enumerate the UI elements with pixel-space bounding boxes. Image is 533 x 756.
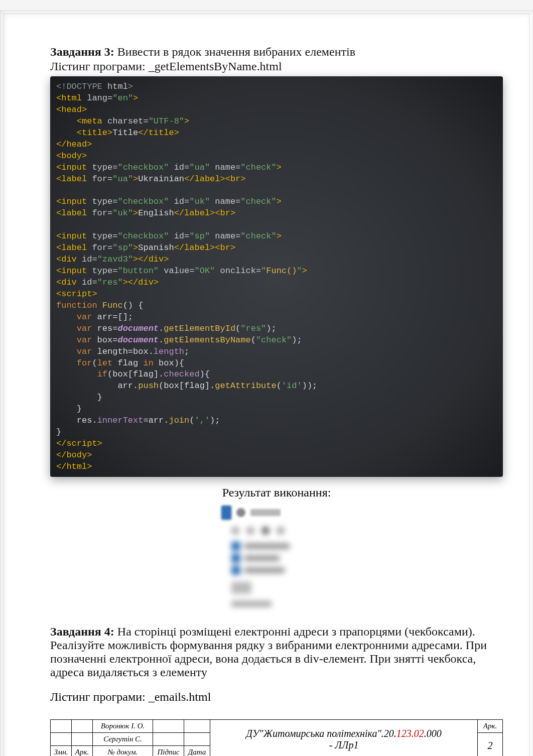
task4-heading-label: Завдання 4:	[50, 625, 114, 638]
task3-listing-line: Лістинг програми: _getElementsByName.htm…	[50, 60, 503, 73]
code-line: <!DOCTYPE html>	[56, 82, 133, 91]
task3-listing-label: Лістинг програми:	[50, 60, 146, 73]
task3-heading-text: Вивести в рядок значення вибраних елемен…	[117, 45, 355, 58]
code-line: <div id="zavd3"></div>	[56, 255, 169, 264]
task4-listing-file: _emails.html	[149, 690, 211, 703]
code-line: var res=document.getElementById("res");	[56, 324, 277, 333]
stamp-title: ДУ"Житомирська політехніка".20.123.02.00…	[210, 720, 478, 757]
code-line: <input type="checkbox" id="sp" name="che…	[56, 231, 282, 241]
code-line: </head>	[56, 140, 92, 149]
stamp-name1: Воронюк І. О.	[93, 720, 153, 733]
code-line: <meta charset="UTF-8">	[56, 116, 189, 126]
code-line: <label for="ua">Ukrainian</label><br>	[56, 174, 246, 184]
code-line: <head>	[56, 105, 87, 114]
code-line: if(box[flag].checked){	[56, 369, 210, 379]
code-line: <label for="sp">Spanish</label><br>	[56, 243, 235, 253]
blur-row	[221, 506, 332, 520]
blur-row	[231, 527, 285, 535]
code-line: arr.push(box[flag].getAttribute('id'));	[56, 381, 317, 391]
result-screenshot	[221, 502, 332, 610]
stamp-col-data: Дата	[184, 746, 210, 757]
task3-heading: Завдання 3: Вивести в рядок значення виб…	[50, 45, 503, 59]
task3-listing-file: _getElementsByName.html	[149, 60, 282, 73]
task4-block: Завдання 4: На сторінці розміщені електр…	[50, 625, 503, 679]
code-line: <script>	[56, 289, 97, 299]
code-line: var length=box.length;	[56, 347, 189, 356]
code-line: for(let flag in box){	[56, 358, 184, 368]
stamp-col-pidpys: Підпис	[153, 746, 184, 757]
dot-icon	[236, 508, 245, 517]
code-line: <div id="res"></div>	[56, 278, 159, 287]
code-line: <html lang="en">	[56, 93, 138, 103]
task4-listing-label: Лістинг програми:	[50, 690, 146, 703]
code-line: </script>	[56, 439, 102, 448]
code-line: }	[56, 427, 61, 437]
document-page: Завдання 3: Вивести в рядок значення виб…	[0, 10, 533, 756]
code-line: </html>	[56, 462, 92, 471]
code-line: </body>	[56, 450, 92, 460]
code-block: <!DOCTYPE html> <html lang="en"> <head> …	[50, 76, 503, 477]
stamp-col-dokum: № докум.	[93, 746, 153, 757]
code-line: var box=document.getElementsByName("chec…	[56, 335, 302, 345]
app-icon	[221, 506, 231, 520]
code-line: }	[56, 393, 102, 402]
stamp-page-num: 2	[478, 733, 503, 757]
code-line: res.innerText=arr.join(',');	[56, 416, 220, 425]
task4-listing-line: Лістинг програми: _emails.html	[50, 690, 503, 704]
code-line: <input type="checkbox" id="uk" name="che…	[56, 197, 282, 206]
code-line: <label for="uk">English</label><br>	[56, 208, 235, 218]
code-line: <input type="checkbox" id="ua" name="che…	[56, 163, 282, 172]
code-line: function Func() {	[56, 301, 143, 310]
task4-body: На сторінці розміщені електронні адреси …	[50, 625, 487, 679]
blur-bar	[250, 509, 281, 516]
code-line: <body>	[56, 151, 87, 161]
task3-heading-label: Завдання 3:	[50, 45, 114, 58]
title-block-stamp: Воронюк І. О. ДУ"Житомирська політехніка…	[50, 719, 503, 756]
code-line: <title>Title</title>	[56, 128, 179, 138]
blur-checklist	[231, 542, 290, 575]
result-label: Результат виконання:	[50, 486, 503, 499]
stamp-ark-label: Арк.	[478, 720, 503, 733]
code-line: <input type="button" value="OK" onclick=…	[56, 266, 307, 276]
blur-ok-button	[231, 582, 251, 594]
code-line: var arr=[];	[56, 312, 133, 322]
code-line: }	[56, 404, 82, 414]
stamp-col-zmn: Змн.	[51, 746, 72, 757]
blur-result-line	[231, 601, 272, 607]
stamp-name2: Сергутін С.	[93, 733, 153, 746]
stamp-col-ark: Арк.	[72, 746, 93, 757]
